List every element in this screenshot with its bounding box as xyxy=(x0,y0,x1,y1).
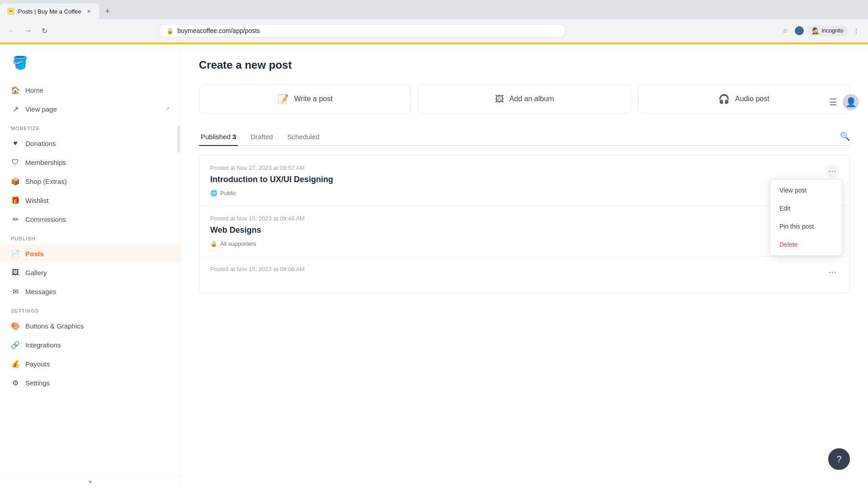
post-item-1: Posted at Nov 27, 2023 at 09:57 AM Intro… xyxy=(199,155,849,206)
sidebar-item-messages[interactable]: ✉ Messages xyxy=(0,282,180,301)
sidebar-item-memberships[interactable]: 🛡 Memberships xyxy=(0,153,180,172)
payouts-icon: 💰 xyxy=(11,359,20,368)
create-post-grid: 📝 Write a post 🖼 Add an album 🎧 Audio po… xyxy=(199,84,850,114)
settings-icon: ⚙ xyxy=(11,378,20,387)
home-icon: 🏠 xyxy=(11,85,20,94)
search-button[interactable]: 🔍 xyxy=(840,131,850,145)
sidebar-item-home[interactable]: 🏠 Home xyxy=(0,80,180,99)
more-options-button[interactable]: ⋮ xyxy=(850,24,863,37)
wishlist-icon: 🎁 xyxy=(11,196,20,205)
audio-icon: 🎧 xyxy=(718,94,730,104)
dropdown-view-post[interactable]: View post xyxy=(770,181,842,199)
write-post-card[interactable]: 📝 Write a post xyxy=(199,84,411,114)
tab-title: Posts | Buy Me a Coffee xyxy=(18,8,81,15)
new-tab-button[interactable]: + xyxy=(101,5,114,18)
shop-icon: 📦 xyxy=(11,177,20,186)
sidebar-item-wishlist[interactable]: 🎁 Wishlist xyxy=(0,191,180,210)
monetize-section-label: MONETIZE xyxy=(0,118,180,134)
post-dropdown-menu: View post Edit Pin this post Delete xyxy=(770,179,842,256)
tab-drafted[interactable]: Drafted xyxy=(249,128,274,146)
integrations-icon: 🔗 xyxy=(11,340,20,349)
lock-icon: 🔒 xyxy=(166,28,174,34)
sidebar-item-gallery[interactable]: 🖼 Gallery xyxy=(0,263,180,282)
address-text: buymeacoffee.com/app/posts xyxy=(177,27,558,34)
app-logo: 🪣 xyxy=(11,53,29,71)
browser-chrome: ☕ Posts | Buy Me a Coffee ✕ + ← → ↻ 🔒 bu… xyxy=(0,0,868,42)
gallery-icon: 🖼 xyxy=(11,268,20,277)
post-item-2: Posted at Nov 15, 2023 at 09:46 AM Web D… xyxy=(199,206,849,257)
post-more-button-3[interactable]: ⋯ xyxy=(826,266,839,278)
incognito-badge: 🕵 Incognito xyxy=(807,25,848,36)
settings-section-label: SETTINGS xyxy=(0,301,180,316)
external-link-icon: ↗ xyxy=(11,104,20,113)
app-header: ☰ 👤 xyxy=(820,89,868,116)
buttons-graphics-icon: 🎨 xyxy=(11,321,20,330)
browser-tab-bar: ☕ Posts | Buy Me a Coffee ✕ + xyxy=(0,0,868,19)
sidebar-item-settings[interactable]: ⚙ Settings xyxy=(0,373,180,392)
browser-toolbar: ← → ↻ 🔒 buymeacoffee.com/app/posts ☆ 👤 🕵… xyxy=(0,19,868,42)
write-post-icon: 📝 xyxy=(278,94,289,104)
sidebar-item-posts[interactable]: 📄 Posts xyxy=(0,244,180,263)
post-item-3: Posted at Nov 15, 2023 at 09:06 AM ⋯ xyxy=(199,257,849,293)
messages-icon: ✉ xyxy=(11,287,20,296)
tab-scheduled[interactable]: Scheduled xyxy=(286,128,321,146)
posts-list: Posted at Nov 27, 2023 at 09:57 AM Intro… xyxy=(199,155,850,293)
address-bar[interactable]: 🔒 buymeacoffee.com/app/posts xyxy=(159,24,566,38)
post-title-2: Web Designs xyxy=(210,225,839,235)
post-meta-2: Posted at Nov 15, 2023 at 09:46 AM xyxy=(210,215,839,222)
posts-tabs: Published 3 Drafted Scheduled 🔍 xyxy=(199,128,850,146)
sidebar-item-commissions[interactable]: ✏ Commissions xyxy=(0,210,180,229)
post-visibility-2: 🔒 All supporters xyxy=(210,240,256,247)
hamburger-menu-button[interactable]: ☰ xyxy=(829,97,837,108)
tab-close-button[interactable]: ✕ xyxy=(85,8,92,15)
user-avatar[interactable]: 👤 xyxy=(843,94,859,110)
sidebar-logo: 🪣 xyxy=(0,44,180,80)
heart-icon: ♥ xyxy=(11,139,20,148)
toolbar-actions: ☆ 👤 🕵 Incognito ⋮ xyxy=(778,24,863,37)
bookmark-button[interactable]: ☆ xyxy=(778,24,791,37)
posts-icon: 📄 xyxy=(11,249,20,258)
dropdown-pin-post[interactable]: Pin this post xyxy=(770,217,842,235)
sidebar-item-integrations[interactable]: 🔗 Integrations xyxy=(0,335,180,354)
sidebar-item-shop-extras[interactable]: 📦 Shop (Extras) xyxy=(0,172,180,191)
back-button[interactable]: ← xyxy=(5,24,18,37)
post-visibility-1: 🌐 Public xyxy=(210,190,236,197)
publish-section-label: PUBLISH xyxy=(0,229,180,244)
post-meta-3: Posted at Nov 15, 2023 at 09:06 AM xyxy=(210,266,839,272)
album-icon: 🖼 xyxy=(495,94,504,104)
page-title: Create a new post xyxy=(199,59,850,71)
main-content: Create a new post 📝 Write a post 🖼 Add a… xyxy=(181,44,868,308)
sidebar-item-buttons-graphics[interactable]: 🎨 Buttons & Graphics xyxy=(0,316,180,335)
help-button[interactable]: ? xyxy=(828,448,850,470)
profile-button[interactable]: 👤 xyxy=(793,24,806,37)
shield-icon: 🛡 xyxy=(11,158,20,167)
add-album-card[interactable]: 🖼 Add an album xyxy=(418,84,630,114)
sidebar-item-donations[interactable]: ♥ Donations xyxy=(0,134,180,153)
sidebar-item-payouts[interactable]: 💰 Payouts xyxy=(0,354,180,373)
active-tab[interactable]: ☕ Posts | Buy Me a Coffee ✕ xyxy=(0,4,99,19)
globe-icon: 🌐 xyxy=(210,190,217,197)
lock-icon-2: 🔒 xyxy=(210,240,217,247)
sidebar-item-view-page[interactable]: ↗ View page ↗ xyxy=(0,99,180,118)
commissions-icon: ✏ xyxy=(11,215,20,224)
post-title-1: Introduction to UX/UI Designing xyxy=(210,175,839,184)
reload-button[interactable]: ↻ xyxy=(38,24,51,37)
sidebar-scroll: 🏠 Home ↗ View page ↗ MONETIZE ♥ Donation… xyxy=(0,80,180,476)
scroll-down-arrow[interactable]: ▼ xyxy=(0,476,180,488)
post-footer-2: 🔒 All supporters 0 Like 0 Comment xyxy=(210,240,839,247)
post-meta-1: Posted at Nov 27, 2023 at 09:57 AM xyxy=(210,164,839,171)
audio-post-card[interactable]: 🎧 Audio post xyxy=(638,84,850,114)
post-footer-1: 🌐 Public 0 xyxy=(210,190,839,197)
dropdown-edit[interactable]: Edit xyxy=(770,199,842,217)
sidebar-scrollbar xyxy=(177,44,180,488)
forward-button[interactable]: → xyxy=(22,24,34,37)
post-more-button-1[interactable]: ⋯ xyxy=(826,164,839,177)
dropdown-delete[interactable]: Delete xyxy=(770,235,842,253)
tab-published[interactable]: Published 3 xyxy=(199,128,238,146)
tab-favicon: ☕ xyxy=(7,8,14,15)
main-area: ☰ 👤 Create a new post 📝 Write a post 🖼 A… xyxy=(181,44,868,488)
sidebar: 🪣 🏠 Home ↗ View page ↗ MONETIZE ♥ Donati… xyxy=(0,44,181,488)
app-layout: 🪣 🏠 Home ↗ View page ↗ MONETIZE ♥ Donati… xyxy=(0,44,868,488)
